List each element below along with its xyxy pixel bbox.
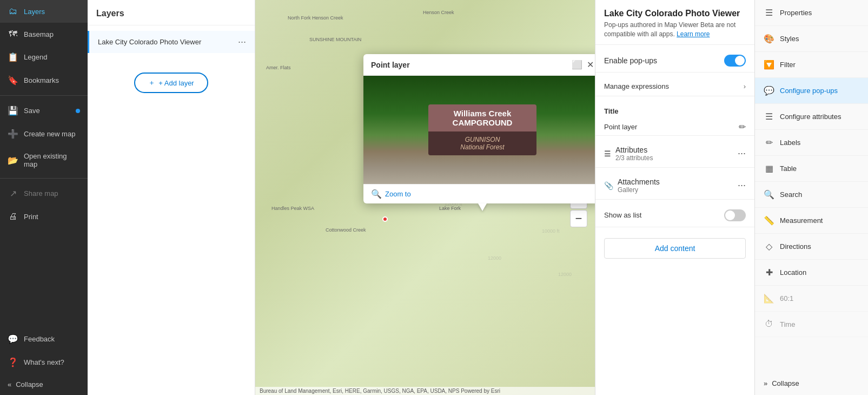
sidebar-item-open-existing[interactable]: 📂 Open existing map (0, 146, 88, 175)
far-right-location[interactable]: ✚ Location (755, 260, 868, 286)
map-label-creek2: Henson Creek (423, 10, 454, 15)
far-right-directions[interactable]: ◇ Directions (755, 234, 868, 260)
attributes-row: ☰ Attributes 2/3 attributes ··· (595, 140, 754, 167)
far-right-labels[interactable]: ✏ Labels (755, 130, 868, 156)
attachments-icon: 📎 (604, 181, 613, 190)
popup-image-wrap: Williams Creek CAMPGROUND GUNNISON Natio… (363, 76, 595, 184)
zoom-to-button[interactable]: Zoom to (385, 190, 411, 198)
add-layer-button[interactable]: ＋ + Add layer (134, 73, 208, 93)
title-value: Point layer (604, 123, 637, 131)
print-icon: 🖨 (8, 212, 18, 221)
sidebar-item-whats-next[interactable]: ❓ What's next? (0, 351, 88, 374)
far-right-collapse-button[interactable]: » Collapse (755, 372, 868, 395)
title-edit-button[interactable]: ✏ (739, 122, 746, 132)
layer-name: Lake City Colorado Photo Viewer (98, 38, 238, 46)
popup-title: Point layer (371, 61, 410, 69)
far-right-table[interactable]: ▦ Table (755, 156, 868, 182)
title-field-row: Point layer ✏ (595, 119, 754, 135)
attachments-label: 📎 Attachments Gallery (604, 177, 660, 194)
configure-attributes-icon: ☰ (764, 111, 774, 122)
enable-popups-toggle[interactable] (724, 55, 746, 67)
divider-1 (0, 95, 88, 96)
layer-options-button[interactable]: ··· (238, 36, 246, 48)
save-icon: 💾 (8, 106, 18, 116)
map-area[interactable]: North Fork Henson Creek Henson Creek SUN… (255, 0, 595, 395)
sidebar-item-create-new-map[interactable]: ➕ Create new map (0, 122, 88, 146)
map-label-lakefork: Lake Fork (439, 206, 461, 211)
far-right-panel: ☰ Properties 🎨 Styles 🔽 Filter 💬 Configu… (754, 0, 868, 395)
manage-expressions-label: Manage expressions (604, 82, 669, 90)
info-panel-note: Pop-ups authored in Map Viewer Beta are … (595, 21, 754, 44)
properties-icon: ☰ (764, 8, 774, 18)
popup-expand-button[interactable]: ⬜ (572, 60, 582, 70)
location-icon: ✚ (764, 267, 774, 278)
save-dot (76, 109, 80, 113)
sidebar-item-bookmarks[interactable]: 🔖 Bookmarks (0, 69, 88, 92)
attachments-options-button[interactable]: ··· (738, 180, 746, 191)
sidebar-item-feedback[interactable]: 💬 Feedback (0, 327, 88, 351)
map-label-cottonwood: Cottonwood Creek (326, 227, 366, 233)
far-right-configure-attributes[interactable]: ☰ Configure attributes (755, 104, 868, 130)
directions-icon: ◇ (764, 241, 774, 252)
time-icon: ⏱ (764, 319, 774, 329)
attachments-row: 📎 Attachments Gallery ··· (595, 172, 754, 199)
bookmarks-icon: 🔖 (8, 75, 18, 85)
collapse-right-icon: » (764, 379, 767, 387)
svg-text:12000: 12000 (488, 255, 501, 261)
layers-panel: Layers Lake City Colorado Photo Viewer ·… (88, 0, 255, 395)
map-label-mountain: SUNSHINE MOUNTAIN (309, 37, 361, 42)
popup-close-button[interactable]: ✕ (587, 60, 594, 70)
popup-header: Point layer ⬜ ✕ (363, 54, 595, 76)
sidebar-item-legend[interactable]: 📋 Legend (0, 45, 88, 69)
zoom-out-button[interactable]: − (570, 210, 587, 227)
learn-more-link[interactable]: Learn more (677, 30, 710, 38)
far-right-properties[interactable]: ☰ Properties (755, 0, 868, 26)
divider-info-7 (595, 227, 754, 227)
sidebar-item-print[interactable]: 🖨 Print (0, 205, 88, 228)
manage-expressions-row[interactable]: Manage expressions › (595, 77, 754, 96)
map-point-south[interactable] (382, 216, 388, 222)
svg-text:10000 ft: 10000 ft (542, 228, 560, 234)
far-right-styles[interactable]: 🎨 Styles (755, 26, 868, 52)
sidebar-item-share-map[interactable]: ↗ Share map (0, 182, 88, 205)
divider-info-5 (595, 167, 754, 168)
far-right-configure-popups[interactable]: 💬 Configure pop-ups (755, 78, 868, 104)
sidebar-item-save[interactable]: 💾 Save (0, 99, 88, 122)
labels-icon: ✏ (764, 137, 774, 148)
create-map-icon: ➕ (8, 129, 18, 139)
search-icon: 🔍 (764, 189, 774, 200)
layers-icon: 🗂 (8, 6, 18, 16)
attributes-icon: ☰ (604, 149, 611, 158)
add-content-button[interactable]: Add content (604, 238, 746, 259)
popup-controls: ⬜ ✕ (572, 60, 594, 70)
far-right-time[interactable]: ⏱ Time (755, 312, 868, 337)
far-right-measurement[interactable]: 📏 Measurement (755, 208, 868, 234)
show-as-list-knob (725, 210, 735, 220)
enable-popups-row: Enable pop-ups (595, 49, 754, 72)
attributes-options-button[interactable]: ··· (738, 148, 746, 159)
sidebar-item-basemap[interactable]: 🗺 Basemap (0, 23, 88, 45)
divider-info-3 (595, 96, 754, 96)
popup: Point layer ⬜ ✕ Williams Creek CAMPGROUN… (363, 54, 595, 203)
title-section-label: Title (595, 101, 754, 119)
map-label-creek1: North Fork Henson Creek (288, 15, 343, 21)
info-panel-title: Lake City Colorado Photo Viewer (595, 0, 754, 21)
far-right-filter[interactable]: 🔽 Filter (755, 52, 868, 78)
add-layer-icon: ＋ (148, 78, 155, 88)
sign-bottom-text: GUNNISON National Forest (428, 131, 536, 155)
popup-tail (478, 203, 487, 211)
styles-icon: 🎨 (764, 34, 774, 44)
right-info-panel: Lake City Colorado Photo Viewer Pop-ups … (595, 0, 754, 395)
sidebar-item-layers[interactable]: 🗂 Layers (0, 0, 88, 23)
far-right-scale[interactable]: 📐 60:1 (755, 286, 868, 312)
left-collapse-button[interactable]: « Collapse (0, 374, 88, 395)
divider-2 (0, 178, 88, 179)
popup-footer: 🔍 Zoom to (363, 184, 595, 203)
popup-image: Williams Creek CAMPGROUND GUNNISON Natio… (363, 76, 595, 184)
filter-icon: 🔽 (764, 60, 774, 70)
layer-item[interactable]: Lake City Colorado Photo Viewer ··· (88, 31, 255, 53)
manage-expressions-chevron-icon: › (744, 82, 746, 90)
layers-panel-title: Layers (88, 0, 255, 25)
far-right-search[interactable]: 🔍 Search (755, 182, 868, 208)
show-as-list-toggle[interactable] (724, 209, 746, 221)
